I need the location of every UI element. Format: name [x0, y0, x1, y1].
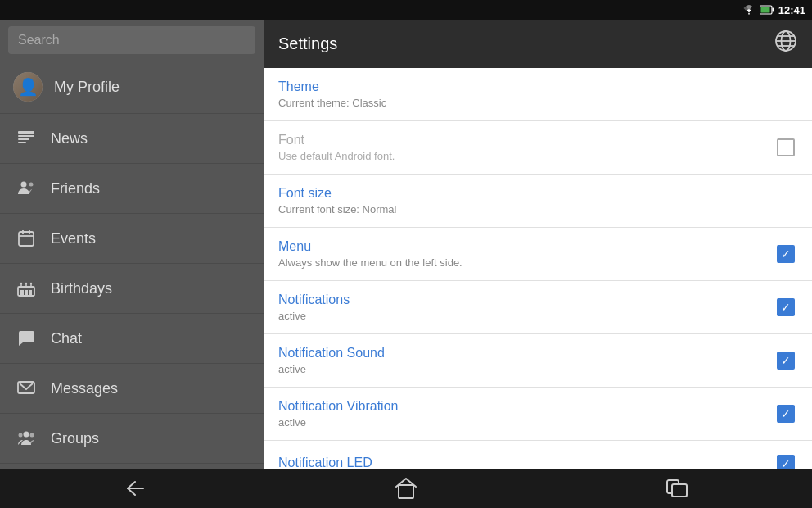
svg-rect-15 [25, 290, 28, 296]
home-button[interactable] [381, 472, 431, 505]
wifi-icon [742, 5, 756, 15]
sidebar-item-birthdays[interactable]: Birthdays [0, 264, 264, 314]
events-icon [13, 225, 39, 252]
settings-title-font-size: Font size [278, 186, 797, 201]
settings-subtitle-notification-sound: active [278, 363, 774, 375]
settings-item-menu[interactable]: Menu Always show the menu on the left si… [264, 228, 812, 281]
font-checkbox[interactable] [774, 136, 797, 159]
svg-rect-3 [18, 131, 34, 134]
svg-rect-16 [29, 290, 32, 296]
sidebar: 👤 My Profile News [0, 20, 264, 469]
menu-checkbox[interactable]: ✓ [774, 243, 797, 265]
svg-rect-14 [20, 290, 24, 296]
svg-point-22 [30, 283, 32, 284]
bottom-bar [0, 469, 812, 508]
sidebar-item-friends[interactable]: Friends [0, 164, 264, 214]
groups-icon [13, 425, 39, 451]
settings-title-theme: Theme [278, 79, 797, 94]
friends-icon [13, 175, 39, 202]
chat-icon [13, 325, 39, 352]
svg-rect-5 [18, 138, 29, 140]
settings-title-notification-led: Notification LED [278, 456, 774, 469]
settings-subtitle-menu: Always show the menu on the left side. [278, 256, 774, 269]
nav-items: 👤 My Profile News [0, 61, 264, 469]
content-area: Settings Theme Current theme: Classic [264, 20, 812, 469]
sidebar-label-events: Events [51, 230, 96, 247]
content-header: Settings [264, 20, 812, 68]
sidebar-label-messages: Messages [51, 380, 118, 397]
settings-item-notification-vibration[interactable]: Notification Vibration active ✓ [264, 388, 812, 441]
svg-rect-2 [760, 7, 769, 13]
svg-rect-4 [18, 135, 34, 137]
settings-title-notifications: Notifications [278, 293, 774, 307]
settings-list: Theme Current theme: Classic Font Use de… [264, 68, 812, 469]
settings-item-font-size[interactable]: Font size Current font size: Normal [264, 175, 812, 228]
news-icon [13, 125, 39, 152]
sidebar-label-news: News [51, 130, 88, 147]
settings-item-font[interactable]: Font Use default Android font. [264, 121, 812, 175]
sidebar-item-chat[interactable]: Chat [0, 314, 264, 364]
svg-point-24 [19, 433, 23, 438]
notification-vibration-checkbox[interactable]: ✓ [774, 402, 797, 425]
svg-point-7 [21, 182, 27, 188]
settings-subtitle-theme: Current theme: Classic [278, 97, 797, 109]
font-checkbox-unchecked [777, 138, 795, 156]
sidebar-item-events[interactable]: Events [0, 214, 264, 264]
notifications-checkbox[interactable]: ✓ [774, 296, 797, 319]
notification-vibration-checkbox-checked: ✓ [777, 405, 795, 423]
svg-point-23 [24, 432, 29, 438]
main-layout: 👤 My Profile News [0, 20, 812, 469]
settings-subtitle-notification-vibration: active [278, 416, 774, 429]
sidebar-label-friends: Friends [51, 180, 100, 197]
svg-point-21 [25, 283, 27, 284]
menu-checkbox-checked: ✓ [777, 245, 795, 263]
status-bar: 12:41 [0, 0, 812, 20]
svg-rect-9 [19, 232, 34, 246]
sidebar-label-groups: Groups [51, 430, 99, 447]
settings-subtitle-font: Use default Android font. [278, 150, 774, 162]
settings-title-font: Font [278, 133, 774, 147]
page-title: Settings [278, 34, 337, 53]
svg-point-8 [29, 183, 34, 187]
battery-icon [760, 5, 774, 15]
globe-icon[interactable] [774, 29, 797, 58]
status-icons: 12:41 [742, 4, 805, 16]
notification-sound-checkbox[interactable]: ✓ [774, 349, 797, 372]
recent-apps-button[interactable] [652, 472, 701, 505]
sidebar-label-my-profile: My Profile [54, 79, 120, 96]
svg-rect-6 [18, 142, 26, 143]
settings-item-notification-led[interactable]: Notification LED ✓ [264, 441, 812, 469]
sidebar-label-birthdays: Birthdays [51, 280, 112, 297]
avatar: 👤 [13, 72, 43, 102]
sidebar-item-groups[interactable]: Groups [0, 414, 264, 464]
notifications-checkbox-checked: ✓ [777, 298, 795, 316]
birthdays-icon [13, 275, 39, 302]
notification-sound-checkbox-checked: ✓ [777, 352, 795, 370]
status-time: 12:41 [778, 4, 805, 16]
sidebar-item-messages[interactable]: Messages [0, 364, 264, 414]
settings-item-theme[interactable]: Theme Current theme: Classic [264, 68, 812, 121]
notification-led-checkbox[interactable]: ✓ [774, 452, 797, 469]
sidebar-label-chat: Chat [51, 330, 82, 347]
avatar-face: 👤 [13, 72, 43, 102]
settings-subtitle-font-size: Current font size: Normal [278, 203, 797, 215]
settings-subtitle-notifications: active [278, 310, 774, 322]
svg-rect-34 [672, 484, 687, 497]
sidebar-item-news[interactable]: News [0, 114, 264, 164]
sidebar-item-my-profile[interactable]: 👤 My Profile [0, 61, 264, 114]
settings-title-notification-vibration: Notification Vibration [278, 399, 774, 414]
svg-rect-32 [399, 485, 413, 498]
settings-title-menu: Menu [278, 239, 774, 254]
svg-point-25 [30, 433, 34, 438]
settings-item-notification-sound[interactable]: Notification Sound active ✓ [264, 334, 812, 388]
settings-title-notification-sound: Notification Sound [278, 346, 774, 361]
svg-point-20 [20, 283, 22, 284]
notification-led-checkbox-checked: ✓ [777, 455, 795, 469]
svg-rect-1 [772, 8, 774, 12]
messages-icon [13, 375, 39, 401]
search-input[interactable] [18, 33, 246, 48]
back-button[interactable] [111, 472, 160, 505]
settings-item-notifications[interactable]: Notifications active ✓ [264, 281, 812, 334]
search-bar[interactable] [8, 26, 255, 54]
